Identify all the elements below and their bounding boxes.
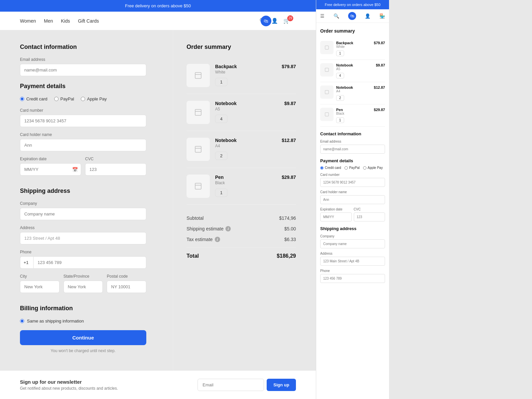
right-cart-icon[interactable]: 🛍	[348, 12, 356, 20]
city-group: City	[20, 274, 60, 293]
postal-label: Postal code	[107, 274, 146, 279]
right-expiry-group: Expiration date	[320, 204, 352, 221]
right-item-qty-2: 2	[336, 95, 344, 101]
subtotal-value: $174,96	[279, 215, 296, 221]
right-paypal-option[interactable]: PayPal	[344, 166, 360, 170]
nav-logo-cart[interactable]: 🛍	[261, 16, 271, 26]
expiry-cvc-row: Expiration date 📅 CVC	[20, 157, 146, 181]
nav-kids[interactable]: Kids	[61, 18, 70, 24]
right-credit-card-option[interactable]: Credit card	[320, 166, 341, 170]
item-variant-3: Black	[215, 181, 276, 185]
right-promo-bar: Free delivery on orders above $50	[316, 0, 389, 9]
right-item-name-3: Pen	[336, 108, 371, 112]
same-shipping-label: Same as shipping information	[27, 319, 84, 324]
right-email-input[interactable]	[320, 145, 385, 154]
expiry-label: Expiration date	[20, 157, 81, 161]
promo-text: Free delivery on orders above $50	[125, 3, 191, 8]
right-company-label: Company	[320, 234, 385, 238]
right-search-icon[interactable]: 🔍	[333, 13, 339, 19]
item-name-0: Backpack	[215, 64, 276, 69]
right-credit-card-radio[interactable]	[320, 166, 324, 170]
apple-pay-radio[interactable]	[81, 97, 85, 101]
right-apple-pay-option[interactable]: Apple Pay	[363, 166, 383, 170]
address-input[interactable]	[20, 232, 146, 244]
phone-number-input[interactable]	[33, 256, 146, 269]
right-item-name-0: Backpack	[336, 41, 371, 45]
item-image-2	[187, 138, 210, 161]
right-item-img-2	[320, 85, 333, 99]
card-holder-label: Card holder name	[20, 132, 146, 137]
right-item-1: Notebook A5 4 $9.87	[320, 60, 385, 82]
user-button[interactable]: 👤	[271, 18, 278, 24]
svg-rect-11	[325, 113, 329, 116]
email-label: Email address	[20, 57, 146, 62]
credit-card-radio[interactable]	[20, 97, 24, 101]
item-details-2: Notebook A4 2	[215, 138, 276, 160]
card-holder-input[interactable]	[20, 139, 146, 151]
nav-women[interactable]: Women	[20, 18, 36, 24]
email-input[interactable]	[20, 64, 146, 76]
item-details-1: Notebook A5 4	[215, 101, 279, 123]
newsletter-email-input[interactable]	[198, 379, 264, 391]
item-qty-1: 4	[215, 115, 227, 123]
state-input[interactable]	[64, 281, 103, 293]
postal-input[interactable]	[107, 281, 146, 293]
city-input[interactable]	[20, 281, 60, 293]
right-address-input[interactable]	[320, 257, 385, 266]
nav-bar: Women Men Kids Gift Cards 🛍 🔍 👤 🛒	[0, 12, 316, 30]
order-totals: Subtotal $174,96 Shipping estimate i $5.…	[187, 205, 296, 262]
right-phone-input[interactable]	[320, 274, 385, 283]
right-item-qty-3: 1	[336, 117, 344, 123]
right-item-3: Pen Black 1 $29.87	[320, 104, 385, 127]
signup-button[interactable]: Sign up	[267, 379, 296, 391]
right-user-icon[interactable]: 👤	[365, 13, 370, 19]
payment-section: Payment details Credit card PayPal Ap	[20, 83, 146, 181]
right-company-input[interactable]	[320, 239, 385, 248]
right-cvc-label: CVC	[354, 207, 385, 211]
same-shipping-option[interactable]: Same as shipping information	[20, 319, 146, 324]
expiry-group: Expiration date 📅	[20, 157, 81, 176]
phone-label: Phone	[20, 250, 146, 254]
payment-credit-card[interactable]: Credit card	[20, 96, 48, 101]
nav-men[interactable]: Men	[44, 18, 53, 24]
item-image-0	[187, 64, 210, 87]
right-card-holder-input[interactable]	[320, 195, 385, 204]
right-cvc-group: CVC	[354, 204, 385, 221]
shipping-label-wrapper: Shipping estimate i	[187, 226, 231, 231]
right-item-0: Backpack White 1 $79.87	[320, 38, 385, 60]
right-expiry-input[interactable]	[320, 212, 352, 221]
svg-rect-4	[195, 146, 201, 152]
right-item-variant-2: A4	[336, 89, 371, 93]
paypal-radio[interactable]	[54, 97, 59, 101]
phone-input-wrapper: +1	[20, 256, 146, 269]
card-number-input[interactable]	[20, 115, 146, 127]
right-item-details-1: Notebook A5 4	[336, 63, 373, 78]
right-paypal-radio[interactable]	[344, 166, 348, 170]
payment-options: Credit card PayPal Apple Pay	[20, 96, 146, 101]
contact-title: Contact information	[20, 44, 146, 51]
company-input[interactable]	[20, 208, 146, 220]
payment-paypal[interactable]: PayPal	[54, 96, 74, 101]
cvc-input[interactable]	[85, 163, 146, 176]
continue-button[interactable]: Continue	[20, 330, 146, 345]
right-menu-icon[interactable]: ☰	[320, 13, 325, 19]
right-apple-pay-radio[interactable]	[363, 166, 366, 170]
shipping-section: Shipping address Company Address Phone +…	[20, 188, 146, 298]
right-card-holder-label: Card holder name	[320, 190, 385, 194]
order-items-list: Backpack White 1 $79.87 Notebook	[187, 57, 296, 205]
nav-gift-cards[interactable]: Gift Cards	[78, 18, 99, 24]
payment-apple-pay[interactable]: Apple Pay	[81, 96, 107, 101]
right-phone-label: Phone	[320, 269, 385, 273]
right-contact-title: Contact information	[320, 131, 385, 136]
right-expiry-cvc-row: Expiration date CVC	[320, 204, 385, 221]
right-store-icon[interactable]: 🏪	[379, 13, 385, 19]
item-qty-2: 2	[215, 152, 227, 160]
same-shipping-radio[interactable]	[20, 319, 24, 323]
right-item-price-1: $9.87	[376, 63, 385, 67]
svg-rect-8	[325, 46, 329, 50]
right-credit-card-label: Credit card	[325, 166, 341, 170]
newsletter-form: Sign up	[198, 379, 296, 391]
cart-button-wrapper[interactable]: 🛒 29	[283, 18, 296, 24]
right-cvc-input[interactable]	[354, 212, 385, 221]
right-card-number-input[interactable]	[320, 178, 385, 187]
